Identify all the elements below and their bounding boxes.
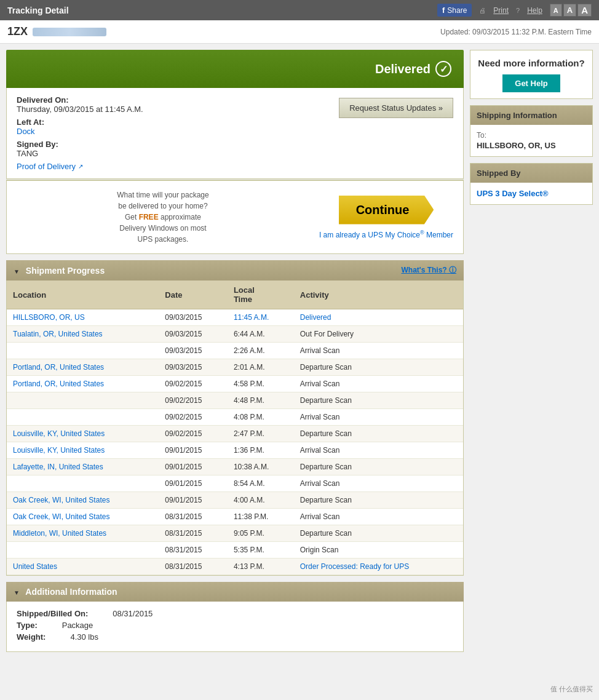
progress-section: Location Date LocalTime Activity HILLSBO… xyxy=(6,280,464,576)
facebook-share-button[interactable]: f Share xyxy=(437,4,472,17)
table-row: Louisville, KY, United States09/02/20152… xyxy=(7,426,463,442)
myc-promo: What time will your packagebe delivered … xyxy=(6,180,464,254)
table-row: Oak Creek, WI, United States09/01/20154:… xyxy=(7,492,463,509)
dock-link[interactable]: Dock xyxy=(17,127,35,136)
location-link[interactable]: Louisville, KY, United States xyxy=(13,446,105,455)
table-row: United States08/31/20154:13 P.M.Order Pr… xyxy=(7,559,463,575)
table-row: 09/02/20154:48 P.M.Departure Scan xyxy=(7,392,463,409)
left-column: Delivered ✓ Delivered On: Thursday, 09/0… xyxy=(6,50,464,652)
free-text: FREE xyxy=(139,213,159,221)
right-column: Need more information? Get Help Shipping… xyxy=(470,50,593,652)
progress-table: Location Date LocalTime Activity HILLSBO… xyxy=(7,280,463,575)
registered-mark: ® xyxy=(420,229,424,236)
header-controls: f Share 🖨 Print ? Help A A A xyxy=(437,4,592,17)
left-at-label: Left At: xyxy=(17,117,339,127)
continue-button[interactable]: Continue xyxy=(339,196,434,225)
location-link[interactable]: United States xyxy=(13,562,57,571)
info-row: Weight:4.30 lbs xyxy=(17,632,453,642)
tracking-number-bar: 1ZX xyxy=(7,25,106,38)
col-activity: Activity xyxy=(294,280,463,309)
promo-line1: What time will your packagebe delivered … xyxy=(117,191,208,210)
activity-cell: Departure Scan xyxy=(294,359,463,376)
table-row: Portland, OR, United States09/03/20152:0… xyxy=(7,359,463,376)
delivery-info-section: Delivered On: Thursday, 09/03/2015 at 11… xyxy=(6,88,464,179)
col-local-time: LocalTime xyxy=(228,280,294,309)
delivered-on-value: Thursday, 09/03/2015 at 11:45 A.M. xyxy=(17,105,339,114)
location-link[interactable]: Lafayette, IN, United States xyxy=(13,463,103,471)
shipped-by-link[interactable]: UPS 3 Day Select® xyxy=(477,189,549,198)
location-link[interactable]: Middleton, WI, United States xyxy=(13,529,106,538)
table-row: Louisville, KY, United States09/01/20151… xyxy=(7,442,463,459)
shipping-info-body: To: HILLSBORO, OR, US xyxy=(470,125,592,156)
activity-cell: Departure Scan xyxy=(294,426,463,442)
delivered-banner: Delivered ✓ xyxy=(6,50,464,88)
time-link[interactable]: 11:45 A.M. xyxy=(234,313,269,322)
location-link[interactable]: Oak Creek, WI, United States xyxy=(13,496,109,504)
shipping-info-box: Shipping Information To: HILLSBORO, OR, … xyxy=(470,105,593,157)
info-label: Shipped/Billed On: xyxy=(17,609,88,618)
location-link[interactable]: HILLSBORO, OR, US xyxy=(13,313,85,322)
table-row: 09/02/20154:08 P.M.Arrival Scan xyxy=(7,409,463,426)
additional-title: Additional Information xyxy=(25,587,117,597)
location-link[interactable]: Louisville, KY, United States xyxy=(13,429,105,438)
table-header-row: Location Date LocalTime Activity xyxy=(7,280,463,309)
activity-cell: Delivered xyxy=(294,309,463,326)
proof-of-delivery-row: Proof of Delivery ↗ xyxy=(17,162,339,171)
check-circle-icon: ✓ xyxy=(435,61,451,77)
table-row: HILLSBORO, OR, US09/03/201511:45 A.M.Del… xyxy=(7,309,463,326)
activity-cell: Origin Scan xyxy=(294,542,463,559)
table-row: Portland, OR, United States09/02/20154:5… xyxy=(7,376,463,392)
progress-title-wrap: ▼ Shipment Progress xyxy=(14,266,105,276)
shipped-by-body: UPS 3 Day Select® xyxy=(470,183,592,204)
info-row: Type:Package xyxy=(17,621,453,630)
print-link[interactable]: Print xyxy=(493,6,509,15)
location-link[interactable]: Portland, OR, United States xyxy=(13,380,104,388)
location-link[interactable]: Oak Creek, WI, United States xyxy=(13,512,109,521)
shipped-by-box: Shipped By UPS 3 Day Select® xyxy=(470,163,593,205)
updated-timestamp: Updated: 09/03/2015 11:32 P.M. Eastern T… xyxy=(440,28,592,36)
activity-cell: Arrival Scan xyxy=(294,475,463,492)
delivered-label: Delivered xyxy=(375,62,430,76)
need-more-body: Need more information? Get Help xyxy=(470,50,592,98)
location-link[interactable]: Portland, OR, United States xyxy=(13,363,104,372)
font-medium-button[interactable]: A xyxy=(563,4,576,17)
additional-section: Shipped/Billed On:08/31/2015Type:Package… xyxy=(6,602,464,652)
proof-of-delivery-link[interactable]: Proof of Delivery ↗ xyxy=(17,162,83,171)
print-icon: 🖨 xyxy=(479,7,486,14)
signed-by-label: Signed By: xyxy=(17,140,339,149)
whats-this-link[interactable]: What's This? ⓘ xyxy=(401,265,456,276)
tracking-number-redacted xyxy=(33,28,106,36)
activity-cell: Out For Delivery xyxy=(294,326,463,343)
table-row: 09/01/20158:54 A.M.Arrival Scan xyxy=(7,475,463,492)
table-row: 08/31/20155:35 P.M.Origin Scan xyxy=(7,542,463,559)
get-help-button[interactable]: Get Help xyxy=(502,74,560,92)
location-link[interactable]: Tualatin, OR, United States xyxy=(13,330,103,338)
promo-text: What time will your packagebe delivered … xyxy=(17,189,309,245)
table-row: Middleton, WI, United States08/31/20159:… xyxy=(7,525,463,542)
already-member-link[interactable]: I am already a UPS My Choice® Member xyxy=(319,229,453,239)
info-value: 08/31/2015 xyxy=(113,609,153,618)
table-row: Tualatin, OR, United States09/03/20156:4… xyxy=(7,326,463,343)
left-at-value: Dock xyxy=(17,127,339,136)
collapse-icon[interactable]: ▼ xyxy=(14,268,20,275)
progress-title: Shipment Progress xyxy=(26,266,105,276)
shipping-to-label: To: xyxy=(477,131,586,140)
additional-collapse-icon[interactable]: ▼ xyxy=(14,589,20,596)
request-status-button[interactable]: Request Status Updates » xyxy=(339,98,453,118)
page-header: Tracking Detail f Share 🖨 Print ? Help A… xyxy=(0,0,599,20)
font-small-button[interactable]: A xyxy=(550,4,562,17)
help-icon: ? xyxy=(516,7,520,14)
help-link[interactable]: Help xyxy=(527,6,542,15)
continue-wrap: Continue I am already a UPS My Choice® M… xyxy=(319,196,453,239)
page-title: Tracking Detail xyxy=(7,6,69,15)
table-row: Oak Creek, WI, United States08/31/201511… xyxy=(7,509,463,525)
font-large-button[interactable]: A xyxy=(577,4,592,17)
font-size-controls: A A A xyxy=(550,4,592,17)
col-date: Date xyxy=(159,280,228,309)
activity-cell: Arrival Scan xyxy=(294,409,463,426)
info-row: Shipped/Billed On:08/31/2015 xyxy=(17,609,453,618)
request-status-wrap: Request Status Updates » xyxy=(339,95,453,118)
activity-cell: Arrival Scan xyxy=(294,343,463,359)
activity-cell: Arrival Scan xyxy=(294,376,463,392)
info-label: Weight: xyxy=(17,632,46,642)
